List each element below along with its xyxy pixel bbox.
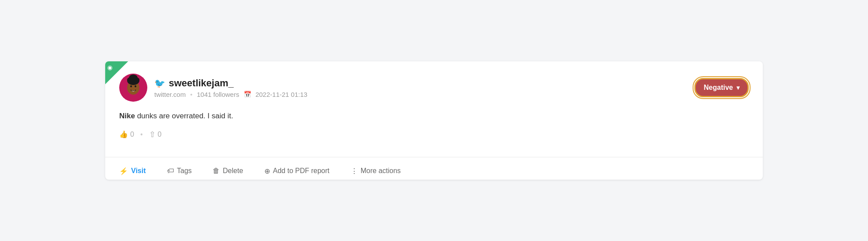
calendar-icon: 📅 [244, 91, 251, 98]
verified-icon: ◉ [105, 63, 114, 72]
share-icon: ⇧ [149, 130, 156, 139]
more-icon: ⋮ [351, 167, 358, 175]
tags-action[interactable]: 🏷 Tags [157, 163, 203, 178]
more-actions-label: More actions [361, 167, 401, 175]
header-row: 🐦 sweetlikejam_ twitter.com • 1041 follo… [119, 74, 749, 102]
shares-item: ⇧ 0 [149, 130, 162, 139]
like-icon: 👍 [119, 130, 128, 138]
username: sweetlikejam_ [169, 78, 234, 89]
visit-icon: ⚡ [119, 167, 128, 175]
followers-count: 1041 followers [197, 91, 239, 98]
delete-label: Delete [223, 167, 243, 175]
likes-count: 0 [130, 131, 134, 138]
more-actions-action[interactable]: ⋮ More actions [340, 163, 412, 179]
post-date: 2022-11-21 01:13 [256, 91, 307, 98]
chevron-down-icon: ▾ [736, 84, 740, 91]
sentiment-dropdown-button[interactable]: Negative ▾ [694, 78, 749, 97]
engagement-row: 👍 0 • ⇧ 0 [119, 130, 749, 139]
card-body: 🐦 sweetlikejam_ twitter.com • 1041 follo… [105, 61, 763, 157]
post-text: dunks are overrated. I said it. [135, 112, 233, 120]
tags-label: Tags [177, 167, 192, 175]
header-left: 🐦 sweetlikejam_ twitter.com • 1041 follo… [119, 74, 307, 102]
source-label: twitter.com [154, 91, 186, 98]
user-info: 🐦 sweetlikejam_ twitter.com • 1041 follo… [154, 78, 307, 98]
svg-point-7 [127, 76, 139, 85]
trash-icon: 🗑 [213, 167, 220, 175]
avatar [119, 74, 147, 102]
svg-point-6 [135, 85, 136, 87]
svg-point-5 [130, 85, 132, 87]
tags-icon: 🏷 [167, 167, 174, 175]
sentiment-label: Negative [704, 84, 733, 92]
add-pdf-action[interactable]: ⊕ Add to PDF report [254, 163, 340, 179]
twitter-icon: 🐦 [154, 78, 165, 89]
likes-item: 👍 0 [119, 130, 134, 138]
add-pdf-icon: ⊕ [264, 167, 270, 175]
meta-row: twitter.com • 1041 followers 📅 2022-11-2… [154, 91, 307, 98]
brand-mention: Nike [119, 112, 135, 120]
post-card: ◉ [105, 61, 763, 180]
visit-label: Visit [131, 167, 146, 175]
add-pdf-label: Add to PDF report [273, 167, 330, 175]
shares-count: 0 [158, 131, 162, 138]
visit-action[interactable]: ⚡ Visit [119, 163, 157, 179]
meta-separator: • [190, 91, 192, 98]
engagement-separator: • [140, 131, 143, 138]
post-content: Nike dunks are overrated. I said it. [119, 110, 749, 122]
action-bar: ⚡ Visit 🏷 Tags 🗑 Delete ⊕ Add to PDF rep… [105, 157, 763, 180]
delete-action[interactable]: 🗑 Delete [202, 163, 253, 178]
username-row: 🐦 sweetlikejam_ [154, 78, 307, 89]
